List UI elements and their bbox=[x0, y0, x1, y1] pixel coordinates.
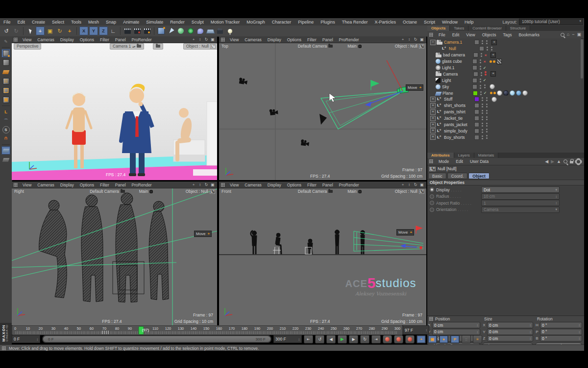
layer-chip[interactable] bbox=[473, 72, 478, 77]
menu-item[interactable]: Motion Tracker bbox=[207, 20, 244, 25]
layer-chip[interactable] bbox=[472, 65, 477, 70]
panel-grid-icon[interactable] bbox=[221, 183, 225, 187]
render-view-button[interactable] bbox=[123, 26, 132, 35]
menu-item[interactable]: Mode bbox=[435, 159, 452, 164]
visibility-toggle[interactable] bbox=[484, 103, 489, 108]
menu-item[interactable]: Sculpt bbox=[188, 20, 207, 25]
snap-toggle-button[interactable]: S bbox=[2, 126, 10, 133]
object-row[interactable]: Plane bbox=[427, 90, 581, 96]
object-row[interactable]: Sky bbox=[427, 83, 581, 90]
panel-tab[interactable]: Materials bbox=[474, 153, 498, 158]
panel-tab[interactable]: Attributes bbox=[427, 153, 454, 158]
viewport-menu-item[interactable]: Options bbox=[284, 183, 304, 187]
viewport-menu-item[interactable]: Panel bbox=[319, 183, 336, 187]
timeline-playhead[interactable]: (97) bbox=[139, 326, 144, 335]
menu-item[interactable]: Tools bbox=[68, 20, 85, 25]
last-tool-button[interactable]: + bbox=[65, 26, 74, 35]
spinner-icon[interactable]: ↕ bbox=[579, 337, 581, 340]
state-dots[interactable] bbox=[480, 53, 483, 57]
object-row[interactable]: Camera bbox=[427, 71, 581, 77]
object-label[interactable]: pants_jacket bbox=[444, 122, 474, 127]
object-row[interactable]: Boy_shorts bbox=[427, 134, 581, 140]
menu-item[interactable]: Octane bbox=[399, 20, 420, 25]
visibility-toggle[interactable] bbox=[482, 59, 487, 64]
zoom-view-icon[interactable]: ↕ bbox=[407, 37, 412, 42]
history-back-icon[interactable]: ◀ bbox=[545, 159, 548, 164]
object-label[interactable]: Stuff bbox=[444, 97, 474, 102]
state-dots[interactable] bbox=[479, 65, 482, 70]
front-canvas[interactable] bbox=[219, 188, 426, 325]
panel-tab[interactable]: Takes bbox=[450, 26, 468, 31]
expand-toggle-icon[interactable] bbox=[430, 134, 436, 140]
object-label[interactable]: Light bbox=[442, 78, 472, 83]
perspective-canvas[interactable]: FPS : 27.4 bbox=[12, 43, 217, 180]
object-list-scrollbar[interactable] bbox=[581, 39, 583, 79]
visibility-toggle[interactable] bbox=[482, 78, 487, 83]
expand-toggle-icon[interactable] bbox=[430, 103, 436, 108]
goto-start-button[interactable]: ⇤ bbox=[304, 335, 313, 343]
add-key-icon[interactable]: + bbox=[419, 85, 422, 90]
mograph-button[interactable] bbox=[186, 26, 195, 35]
visibility-toggle[interactable] bbox=[484, 97, 489, 102]
panel-grid-icon[interactable] bbox=[429, 317, 433, 321]
pan-view-icon[interactable]: + bbox=[400, 183, 405, 187]
state-dots[interactable] bbox=[481, 135, 484, 140]
viewport-menu-item[interactable]: Display bbox=[57, 183, 77, 187]
menu-item[interactable]: Objects bbox=[479, 32, 500, 37]
menu-item[interactable]: Plugins bbox=[317, 20, 339, 25]
viewport-menu-item[interactable]: Options bbox=[284, 37, 304, 42]
layer-chip[interactable] bbox=[474, 122, 479, 127]
menu-item[interactable]: MoGraph bbox=[243, 20, 269, 25]
expand-toggle-icon[interactable] bbox=[430, 97, 436, 102]
pan-view-icon[interactable]: + bbox=[400, 37, 405, 42]
panel-options-icon[interactable]: ▣ bbox=[577, 32, 581, 37]
visibility-toggle[interactable] bbox=[484, 116, 489, 121]
zoom-view-icon[interactable]: ↕ bbox=[197, 37, 202, 42]
state-dots[interactable] bbox=[479, 84, 482, 89]
panel-tab[interactable]: Objects bbox=[427, 26, 450, 31]
edges-mode-button[interactable] bbox=[1, 86, 10, 95]
object-row[interactable]: pants_jacket bbox=[427, 122, 581, 128]
expand-toggle-icon[interactable] bbox=[430, 116, 436, 121]
live-selection-button[interactable] bbox=[26, 26, 35, 35]
viewport-menu-item[interactable]: Options bbox=[77, 183, 97, 187]
checker-chip[interactable] bbox=[496, 59, 502, 64]
zoom-view-icon[interactable]: ↕ bbox=[197, 183, 202, 187]
size-x-field[interactable]: 0 cm↕ bbox=[487, 322, 533, 328]
undo-button[interactable]: ↺ bbox=[2, 26, 11, 35]
object-label[interactable]: Light.1 bbox=[442, 65, 472, 70]
menu-item[interactable]: Tags bbox=[499, 32, 515, 37]
menu-item[interactable]: Window bbox=[439, 20, 461, 25]
object-label[interactable]: Jacket_tie bbox=[444, 116, 474, 121]
menu-item[interactable]: Edit bbox=[452, 159, 466, 164]
redo-button[interactable]: ↻ bbox=[12, 26, 21, 35]
viewport-menu-item[interactable]: ProRender bbox=[129, 37, 155, 42]
expand-toggle-icon[interactable] bbox=[430, 40, 436, 45]
expand-toggle-icon[interactable] bbox=[430, 66, 435, 70]
object-label[interactable]: Camera bbox=[443, 72, 473, 77]
goto-end-button[interactable]: ⇥ bbox=[371, 335, 381, 343]
viewport-menu-item[interactable]: Panel bbox=[112, 37, 129, 42]
add-primitive-button[interactable] bbox=[157, 26, 166, 35]
autokey-button[interactable] bbox=[394, 335, 403, 343]
texture-mode-button[interactable] bbox=[1, 68, 10, 76]
magnet-tool-button[interactable]: ∪ bbox=[1, 134, 10, 143]
viewport-name[interactable]: Front bbox=[219, 189, 231, 194]
layer-chip[interactable] bbox=[474, 129, 479, 133]
object-row[interactable]: pants_tshirt bbox=[427, 109, 581, 115]
key-chip[interactable] bbox=[490, 92, 492, 94]
expand-toggle-icon[interactable] bbox=[430, 91, 435, 95]
expand-toggle-icon[interactable] bbox=[436, 47, 441, 51]
object-button[interactable]: Object : NullL° bbox=[395, 189, 424, 194]
scale-tool-button[interactable]: ▣ bbox=[46, 26, 54, 35]
state-dots[interactable] bbox=[481, 109, 484, 114]
state-dots[interactable] bbox=[479, 78, 482, 83]
layer-chip[interactable] bbox=[472, 78, 477, 83]
object-row[interactable]: bad camera bbox=[427, 52, 581, 58]
viewport-menu-item[interactable]: Filter bbox=[304, 37, 319, 42]
size-z-field[interactable]: 0 cm↕ bbox=[487, 335, 533, 342]
panel-tab[interactable]: Content Browser bbox=[468, 26, 506, 31]
object-row[interactable]: simple_body bbox=[427, 128, 581, 134]
object-row[interactable]: Jacket_tie bbox=[427, 115, 581, 122]
environment-button[interactable] bbox=[206, 26, 215, 35]
